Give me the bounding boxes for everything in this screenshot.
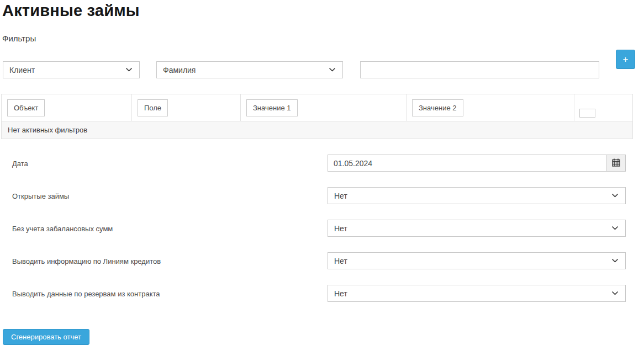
page: { "page": { "title": "Активные займы", "… xyxy=(0,0,644,351)
credit-lines-label: Выводить информацию по Линиям кредитов xyxy=(12,257,161,265)
open-loans-select[interactable]: Нет xyxy=(328,187,626,204)
contract-reserves-select[interactable]: Нет xyxy=(328,285,626,302)
open-loans-label: Открытые займы xyxy=(12,192,69,200)
column-value1: Значение 1 xyxy=(241,94,407,121)
credit-lines-select-value: Нет xyxy=(334,257,347,265)
chevron-down-icon xyxy=(612,194,618,198)
no-active-filters-row: Нет активных фильтров xyxy=(2,121,632,139)
filter-field-select-value: Фамилия xyxy=(163,66,196,75)
chevron-down-icon xyxy=(126,68,132,72)
filter-object-select-value: Клиент xyxy=(9,66,35,75)
column-field: Поле xyxy=(132,94,241,121)
chevron-down-icon xyxy=(612,291,618,295)
filters-section-label: Фильтры xyxy=(2,34,36,43)
generate-report-button[interactable]: Сгенерировать отчет xyxy=(3,329,89,345)
calendar-icon xyxy=(612,158,620,168)
date-field-group xyxy=(328,155,626,172)
filter-value-input[interactable] xyxy=(360,61,599,78)
filter-field-select[interactable]: Фамилия xyxy=(156,61,343,78)
date-label: Дата xyxy=(12,159,28,168)
no-active-filters-text: Нет активных фильтров xyxy=(8,126,87,134)
page-title: Активные займы xyxy=(2,2,140,20)
off-balance-select[interactable]: Нет xyxy=(328,220,626,237)
value1-column-button[interactable]: Значение 1 xyxy=(246,99,298,116)
column-object: Объект xyxy=(2,94,132,121)
contract-reserves-select-value: Нет xyxy=(334,289,347,298)
chevron-down-icon xyxy=(612,259,618,263)
credit-lines-select[interactable]: Нет xyxy=(328,252,626,269)
open-loans-select-value: Нет xyxy=(334,192,347,200)
contract-reserves-label: Выводить данные по резервам из контракта xyxy=(12,290,160,298)
value2-column-button[interactable]: Значение 2 xyxy=(412,99,463,116)
filters-table-header-row: Объект Поле Значение 1 Значение 2 xyxy=(2,94,632,121)
off-balance-select-value: Нет xyxy=(334,224,347,233)
off-balance-label: Без учета забалансовых сумм xyxy=(12,225,113,233)
calendar-button[interactable] xyxy=(606,155,626,172)
object-column-button[interactable]: Объект xyxy=(7,99,45,116)
column-actions xyxy=(574,94,632,121)
chevron-down-icon xyxy=(329,68,335,72)
filter-object-select[interactable]: Клиент xyxy=(3,61,140,78)
filter-mini-input[interactable] xyxy=(579,109,595,118)
date-input[interactable] xyxy=(328,155,606,172)
active-filters-table: Объект Поле Значение 1 Значение 2 Нет ак… xyxy=(1,94,633,139)
add-filter-button[interactable]: + xyxy=(616,50,635,69)
column-value2: Значение 2 xyxy=(407,94,574,121)
plus-icon: + xyxy=(623,55,629,64)
chevron-down-icon xyxy=(612,226,618,230)
field-column-button[interactable]: Поле xyxy=(138,99,168,116)
